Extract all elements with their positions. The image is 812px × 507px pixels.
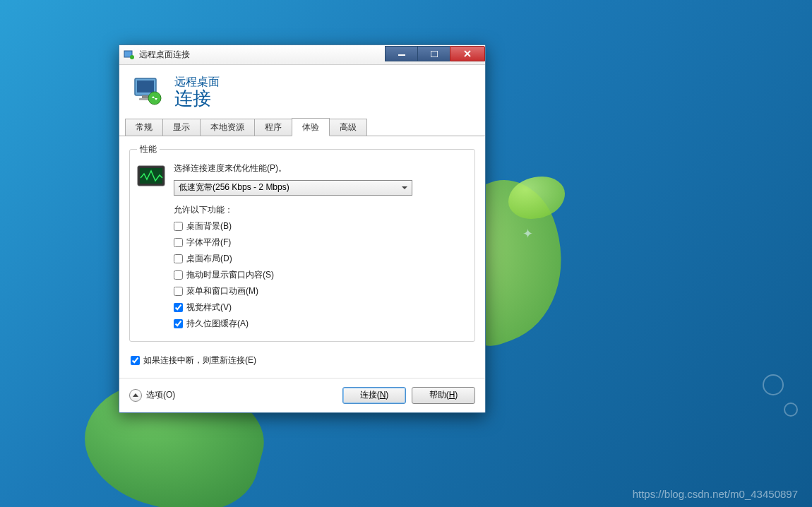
window-title: 远程桌面连接	[139, 49, 385, 61]
performance-icon	[137, 165, 165, 188]
checkbox-input[interactable]	[174, 319, 183, 328]
checkbox-desktop-composition[interactable]: 桌面布局(D)	[174, 253, 467, 265]
checkbox-input[interactable]	[174, 238, 183, 247]
options-toggle-button[interactable]: 选项(O)	[129, 389, 175, 402]
tab-content-experience: 性能 选择连接速度来优化性能(P)。 低速宽带(256 Kbps - 2 Mbp…	[119, 136, 485, 378]
connection-speed-dropdown[interactable]: 低速宽带(256 Kbps - 2 Mbps)	[174, 180, 412, 196]
checkbox-reconnect[interactable]: 如果连接中断，则重新连接(E)	[129, 354, 475, 366]
tab-bar: 常规 显示 本地资源 程序 体验 高级	[119, 119, 485, 136]
svg-point-1	[130, 55, 134, 59]
titlebar[interactable]: 远程桌面连接	[119, 45, 485, 65]
dialog-footer: 选项(O) 连接(N) 帮助(H)	[119, 378, 485, 412]
rdp-icon	[132, 76, 165, 108]
tab-advanced[interactable]: 高级	[329, 119, 367, 136]
dialog-header: 远程桌面 连接	[119, 65, 485, 119]
checkbox-menu-animation[interactable]: 菜单和窗口动画(M)	[174, 285, 467, 297]
tab-experience[interactable]: 体验	[292, 118, 330, 136]
svg-rect-6	[142, 95, 149, 98]
svg-rect-3	[431, 51, 438, 57]
help-button[interactable]: 帮助(H)	[412, 387, 475, 404]
connect-button[interactable]: 连接(N)	[342, 387, 406, 404]
tab-general[interactable]: 常规	[125, 119, 163, 136]
app-icon	[124, 49, 135, 61]
allow-features-label: 允许以下功能：	[174, 204, 467, 216]
header-title: 远程桌面	[174, 75, 220, 88]
options-label: 选项(O)	[146, 389, 175, 401]
decorative-bubble	[784, 402, 798, 417]
performance-legend: 性能	[137, 143, 160, 155]
checkbox-input[interactable]	[174, 222, 183, 231]
checkbox-desktop-background[interactable]: 桌面背景(B)	[174, 220, 467, 232]
decorative-butterfly: ✦	[523, 226, 533, 241]
decorative-bubble	[763, 374, 784, 395]
tab-local-resources[interactable]: 本地资源	[200, 119, 255, 136]
checkbox-input[interactable]	[174, 254, 183, 263]
watermark-text: https://blog.csdn.net/m0_43450897	[633, 488, 798, 500]
speed-value: 低速宽带(256 Kbps - 2 Mbps)	[179, 181, 289, 193]
checkbox-input[interactable]	[131, 356, 140, 365]
checkbox-input[interactable]	[174, 270, 183, 280]
maximize-button[interactable]	[417, 46, 450, 61]
checkbox-input[interactable]	[174, 303, 183, 312]
rdp-dialog-window: 远程桌面连接 远程桌面 连接 常规 显示 本地资源 程序 体验	[119, 44, 486, 413]
minimize-button[interactable]	[385, 46, 417, 61]
checkbox-bitmap-caching[interactable]: 持久位图缓存(A)	[174, 318, 467, 330]
checkbox-input[interactable]	[174, 287, 183, 296]
close-button[interactable]	[450, 46, 485, 61]
speed-description: 选择连接速度来优化性能(P)。	[174, 162, 467, 174]
tab-display[interactable]: 显示	[162, 119, 201, 136]
checkbox-font-smoothing[interactable]: 字体平滑(F)	[174, 237, 467, 249]
svg-rect-5	[137, 80, 154, 93]
header-subtitle: 连接	[174, 88, 220, 109]
chevron-up-icon	[129, 389, 142, 402]
checkbox-visual-styles[interactable]: 视觉样式(V)	[174, 302, 467, 314]
tab-programs[interactable]: 程序	[254, 119, 292, 136]
performance-group: 性能 选择连接速度来优化性能(P)。 低速宽带(256 Kbps - 2 Mbp…	[129, 143, 475, 342]
svg-rect-2	[398, 54, 405, 56]
checkbox-window-drag-contents[interactable]: 拖动时显示窗口内容(S)	[174, 269, 467, 281]
feature-checkbox-list: 桌面背景(B) 字体平滑(F) 桌面布局(D) 拖动时显示窗口内容(S) 菜单和…	[174, 220, 467, 330]
